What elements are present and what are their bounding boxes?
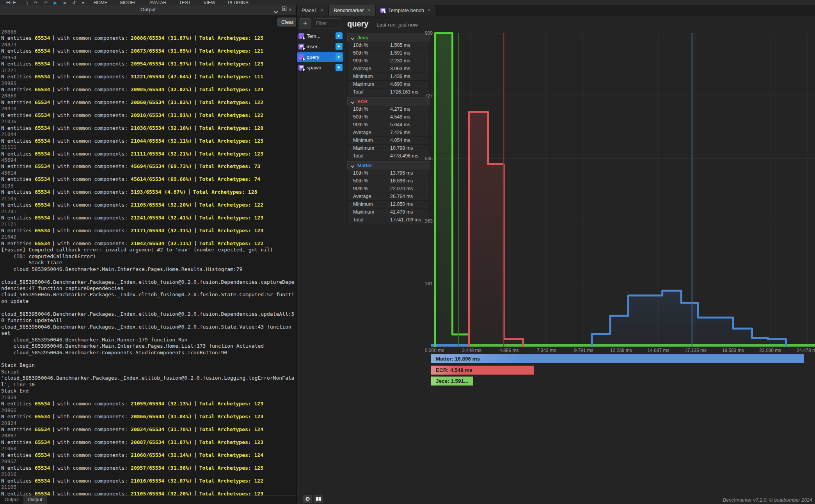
log-line: N entities 65534with common components: … [1, 215, 296, 221]
benchmark-item-inser[interactable]: inser...▶ [297, 42, 343, 51]
stat-row: Total1726.163 ms [347, 88, 430, 96]
output-panel-title: Output [0, 7, 296, 12]
settings-gear-icon[interactable]: ⚙ [303, 495, 312, 503]
log-line: N entities 65534with common components: … [1, 74, 296, 80]
log-error-line: Stack End [1, 388, 296, 394]
svg-text:19.583 ms: 19.583 ms [722, 348, 744, 353]
log-entity-count: 21060 [1, 446, 296, 452]
stat-row: Average7.426 ms [347, 129, 430, 137]
log-line: N entities 65534with common components: … [1, 478, 296, 484]
benchmark-item-spawn[interactable]: spawn▶ [297, 63, 343, 73]
close-icon[interactable]: × [321, 7, 324, 13]
log-entity-count: 21241 [1, 209, 296, 215]
log-error-line: cloud_5853950046.Benchmarker.Components.… [1, 350, 296, 356]
svg-text:Matter: 16.896 ms: Matter: 16.896 ms [436, 356, 480, 362]
log-error-line: (ID: computedCallbackError) [1, 253, 296, 260]
log-line: N entities 65534with common components: … [1, 99, 296, 106]
stat-row: 90th %5.644 ms [347, 121, 430, 129]
output-tab[interactable]: Output [23, 496, 47, 504]
docs-book-icon[interactable] [314, 495, 323, 503]
stats-section-jecs[interactable]: Jecs [347, 34, 430, 42]
log-error-line: cloud_5853950046.Benchmarker.Main.Interf… [1, 266, 296, 272]
log-error-line: Stack Begin [1, 362, 296, 368]
log-line: N entities 65534with common components: … [1, 401, 296, 407]
svg-text:2.448 ms: 2.448 ms [462, 348, 481, 353]
script-icon [298, 33, 304, 39]
run-benchmark-button[interactable]: ▶ [336, 32, 343, 39]
log-line: N entities 65534with common components: … [1, 189, 296, 195]
stats-section-ecr[interactable]: ECR [347, 97, 430, 106]
log-entity-count: 31221 [1, 67, 296, 74]
pop-in-icon[interactable] [282, 6, 287, 12]
tab-benchmarker[interactable]: Benchmarker× [329, 5, 375, 16]
log-line: N entities 65534with common components: … [1, 151, 296, 157]
chevron-down-icon [351, 36, 355, 40]
log-entity-count: 45694 [1, 157, 296, 163]
run-benchmark-button[interactable]: ▶ [336, 64, 343, 71]
close-icon[interactable]: × [289, 7, 292, 12]
log-entity-count: 21171 [1, 221, 296, 228]
log-entity-count: 21036 [1, 118, 296, 125]
log-line: N entities 65534with common components: … [1, 176, 296, 182]
log-line: N entities 65534with common components: … [1, 414, 296, 420]
log-entity-count: 45614 [1, 170, 296, 176]
stat-row: 90th %22.070 ms [347, 185, 430, 193]
stat-row: 50th %1.591 ms [347, 50, 430, 57]
run-benchmark-button[interactable]: ▶ [336, 43, 343, 50]
stat-row: Minimum1.436 ms [347, 73, 430, 81]
log-line: N entities 65534with common components: … [1, 491, 296, 495]
log-entity-count: 20873 [1, 42, 296, 48]
log-line: N entities 65534with common components: … [1, 48, 296, 54]
log-line: N entities 65534with common components: … [1, 35, 296, 41]
run-benchmark-button[interactable]: ▶ [336, 53, 343, 60]
chevron-down-icon [351, 164, 355, 168]
close-icon[interactable]: × [368, 7, 371, 13]
output-bottom-tabs: OutputOutput [0, 495, 296, 504]
plugin-credit: Benchmarker v7.2.0, © boatbomber 2024 [723, 497, 812, 503]
collapse-chevron-icon[interactable] [274, 8, 277, 14]
log-line: N entities 65534with common components: … [1, 163, 296, 170]
stats-section-matter[interactable]: Matter [347, 161, 430, 170]
log-entity-count: 20887 [1, 433, 296, 439]
log-line: N entities 65534with common components: … [1, 112, 296, 118]
filter-input[interactable] [313, 19, 346, 28]
log-error-line: cloud_5853950046.Benchmarker.Main.Runner… [1, 337, 296, 343]
console-lines: 20886N entities 65534with common compone… [1, 29, 296, 495]
log-line: N entities 65534with common components: … [1, 452, 296, 458]
log-line: N entities 65534with common components: … [1, 241, 296, 247]
benchmark-item-Tem[interactable]: Tem...▶ [297, 31, 343, 41]
svg-text:363: 363 [425, 218, 433, 224]
benchmark-item-query[interactable]: query▶ [297, 52, 343, 62]
log-entity-count: 21105 [1, 196, 296, 202]
log-error-line: cloud_5853950046.Benchmarker.Packages._I… [1, 279, 296, 292]
stat-row: Total17741.709 ms [347, 216, 430, 224]
legend-bar [431, 354, 804, 363]
log-entity-count: 20954 [1, 55, 296, 61]
stats-tables: Jecs10th %1.505 ms50th %1.591 ms90th %2.… [347, 34, 430, 225]
log-entity-count: 20866 [1, 407, 296, 414]
stat-row: Total4778.496 ms [347, 152, 430, 160]
log-entity-count: 20824 [1, 420, 296, 426]
last-run-label: Last run: just now [376, 22, 418, 28]
log-entity-count: 21105 [1, 484, 296, 490]
log-error-line [1, 304, 296, 311]
close-icon[interactable]: × [428, 7, 431, 13]
tab-template-bench[interactable]: Template.bench× [376, 5, 435, 16]
output-console[interactable]: 20886N entities 65534with common compone… [0, 15, 296, 495]
svg-text:17.135 ms: 17.135 ms [685, 348, 707, 353]
svg-text:181: 181 [425, 281, 433, 286]
add-benchmark-button[interactable]: + [299, 18, 311, 29]
svg-text:4.896 ms: 4.896 ms [499, 348, 518, 353]
log-line: N entities 65534with common components: … [1, 202, 296, 208]
stat-row: Average3.063 ms [347, 65, 430, 73]
log-error-line: cloud_5853950046.Benchmarker.Packages._I… [1, 324, 296, 337]
svg-text:7.343 ms: 7.343 ms [537, 348, 556, 353]
log-entity-count: 20985 [1, 80, 296, 87]
clear-button[interactable]: Clear [277, 18, 298, 27]
tab-place1[interactable]: Place1× [297, 5, 328, 16]
log-error-line: 'cloud_5853950046.Benchmarker.Packages._… [1, 375, 296, 388]
log-entity-count: 21111 [1, 144, 296, 150]
svg-text:14.687 ms: 14.687 ms [647, 348, 669, 353]
log-line: N entities 65534with common components: … [1, 465, 296, 471]
output-tab[interactable]: Output [0, 496, 23, 504]
